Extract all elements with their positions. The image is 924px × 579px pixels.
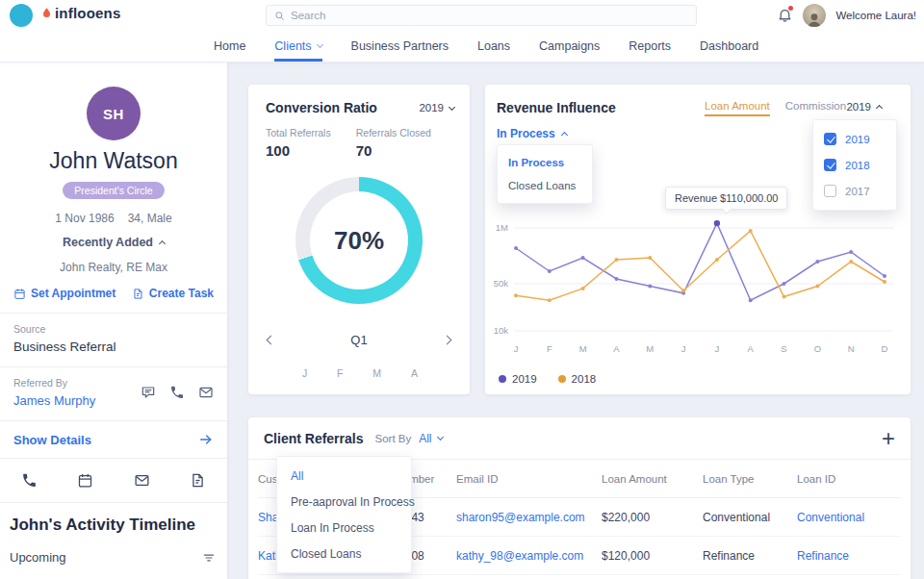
client-referrals-card: Client Referrals Sort By All + Customer … [248,417,911,579]
app-icon [10,4,33,27]
sort-option-pre-aaproval-in-process[interactable]: Pre-aaproval In Process [277,489,411,515]
topbar-right: Welcome Laura! [777,0,916,31]
month-tick: F [337,367,343,379]
svg-text:A: A [613,343,620,354]
task-icon [132,288,144,300]
svg-text:D: D [882,343,888,354]
cell-loan_id[interactable]: Refinance [797,549,901,563]
filter-option-in-process[interactable]: In Process [498,151,592,174]
status-filter-dropdown: In ProcessClosed Loans [497,144,593,204]
source-field: Source Business Referral [0,314,227,366]
client-tier-badge: President's Circle [63,182,164,199]
sort-by-select[interactable]: All [419,432,442,445]
checkbox-icon[interactable] [824,185,836,197]
sort-by-label: Sort By [374,433,411,444]
cell-email[interactable]: sharon95@example.com [456,511,602,524]
search-icon [274,11,285,21]
person-icon [805,11,824,27]
nav-item-reports[interactable]: Reports [629,31,671,62]
stat-value: 70 [356,142,431,159]
chat-icon[interactable] [141,385,156,400]
user-avatar[interactable] [803,4,826,27]
client-status-dropdown[interactable]: Recently Added [63,236,165,249]
conversion-donut-chart: 70% [295,177,423,304]
svg-text:J: J [715,343,720,354]
client-dob: 1 Nov 1986 [55,212,114,225]
show-details-link[interactable]: Show Details [0,421,227,458]
client-initials: SH [103,106,124,122]
nav-item-dashboard[interactable]: Dashboard [700,31,758,62]
cell-amount: $220,000 [602,511,703,524]
filter-option-closed-loans[interactable]: Closed Loans [498,174,592,197]
revenue-year-select[interactable]: 2019 [846,101,882,113]
notifications-bell-icon[interactable] [777,7,793,24]
search-input[interactable] [291,10,688,21]
phone-icon[interactable] [169,385,185,400]
stat-label: Total Referrals [266,127,331,138]
stat-value: 100 [266,142,331,159]
cell-email[interactable]: kathy_98@example.com [456,549,602,563]
column-header-loan_id: Loan ID [797,473,901,485]
filter-icon[interactable] [202,551,216,565]
document-icon[interactable] [190,472,206,489]
tab-commission[interactable]: Commission [785,100,846,116]
nav-item-campaigns[interactable]: Campaigns [539,31,600,62]
add-referral-button[interactable]: + [882,430,895,447]
quarter-label: Q1 [350,333,367,347]
nav-item-business-partners[interactable]: Business Partners [351,31,449,62]
chart-legend: 20192018 [499,373,596,385]
cell-type: Refinance [703,549,797,563]
cell-amount: $120,000 [602,549,703,563]
nav-item-clients[interactable]: Clients [274,31,321,62]
checkbox-icon[interactable] [824,133,836,145]
svg-text:M: M [579,343,587,354]
tab-loan-amount[interactable]: Loan Amount [705,100,770,116]
year-option-2018[interactable]: 2018 [813,152,896,178]
mail-icon[interactable] [134,472,150,489]
app-screen: inflooens Welcome Laura! HomeClientsBusi… [0,0,924,579]
referrals-header: Client Referrals Sort By All + [248,417,911,460]
source-value: Business Referral [13,340,214,354]
svg-text:10k: 10k [494,325,509,336]
sort-option-closed-loans[interactable]: Closed Loans [277,541,411,566]
sort-option-loan-in-process[interactable]: Loan In Process [277,515,411,541]
cell-type: Conventional [703,511,797,524]
chevron-up-icon [876,104,883,111]
status-filter-select[interactable]: In Process [497,127,567,140]
referred-by-link[interactable]: James Murphy [13,393,95,408]
cell-loan_id[interactable]: Conventional [797,511,901,524]
sort-option-all[interactable]: All [277,463,411,489]
conversion-year-value: 2019 [419,102,444,113]
nav-item-home[interactable]: Home [214,31,245,62]
client-company: John Realty, RE Max [60,261,167,274]
chevron-up-icon [561,131,568,138]
year-option-2017[interactable]: 2017 [813,178,896,204]
main-nav: HomeClientsBusiness PartnersLoansCampaig… [0,31,924,62]
checkbox-icon[interactable] [824,159,836,171]
client-avatar: SH [87,87,141,140]
client-meta: 1 Nov 1986 34, Male [55,212,171,225]
set-appointment-link[interactable]: Set Appointmet [13,287,116,300]
create-task-label: Create Task [149,287,214,300]
search-bar[interactable] [266,5,697,26]
revenue-influence-card: Revenue Influence Loan AmountCommission … [485,85,911,394]
brand-name: inflooens [55,5,120,21]
mail-icon[interactable] [198,385,214,400]
droplet-icon [40,5,53,21]
quick-links: Set Appointmet Create Task [0,287,227,300]
sort-dropdown: AllPre-aaproval In ProcessLoan In Proces… [276,456,412,573]
svg-text:O: O [814,343,821,354]
upcoming-label: Upcoming [10,550,66,565]
nav-item-loans[interactable]: Loans [477,31,510,62]
create-task-link[interactable]: Create Task [132,287,214,300]
phone-icon[interactable] [21,472,38,489]
client-age-gender: 34, Male [128,212,172,225]
calendar-icon[interactable] [77,472,93,489]
chevron-down-icon [449,103,455,110]
upcoming-section-header: Upcoming [0,535,227,565]
chevron-left-icon[interactable] [267,336,276,345]
conversion-stats: Total Referrals 100 Referrals Closed 70 [266,127,431,159]
year-option-2019[interactable]: 2019 [813,126,896,152]
chevron-right-icon[interactable] [443,336,452,345]
conversion-year-select[interactable]: 2019 [419,102,454,113]
